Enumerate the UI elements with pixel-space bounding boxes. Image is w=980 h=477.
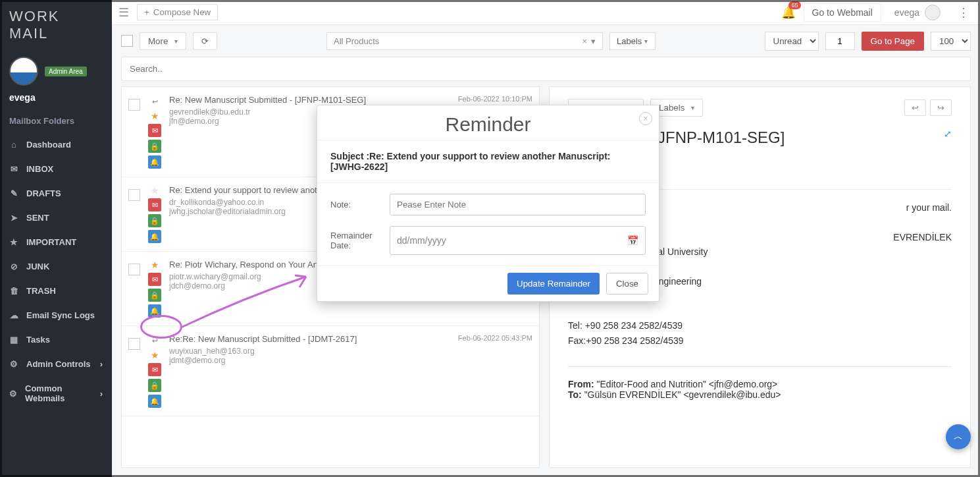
chevron-up-icon: ︿ xyxy=(954,431,963,443)
modal-subject: Subject :Re: Extend your support to revi… xyxy=(317,140,659,182)
modal-close-button[interactable]: × xyxy=(639,112,652,125)
date-placeholder: dd/mm/yyyy xyxy=(397,235,446,246)
calendar-icon: 📅 xyxy=(627,235,638,246)
modal-title: Reminder xyxy=(317,105,659,140)
note-label: Note: xyxy=(330,200,383,210)
reminder-modal: × Reminder Subject :Re: Extend your supp… xyxy=(317,105,659,302)
date-label: Remainder Date: xyxy=(330,231,383,250)
close-icon: × xyxy=(643,114,648,123)
close-button[interactable]: Close xyxy=(606,273,648,295)
scroll-top-button[interactable]: ︿ xyxy=(946,424,971,449)
note-input[interactable] xyxy=(390,194,646,215)
update-remainder-button[interactable]: Update Remainder xyxy=(507,273,600,295)
date-input[interactable]: dd/mm/yyyy 📅 xyxy=(390,226,646,255)
